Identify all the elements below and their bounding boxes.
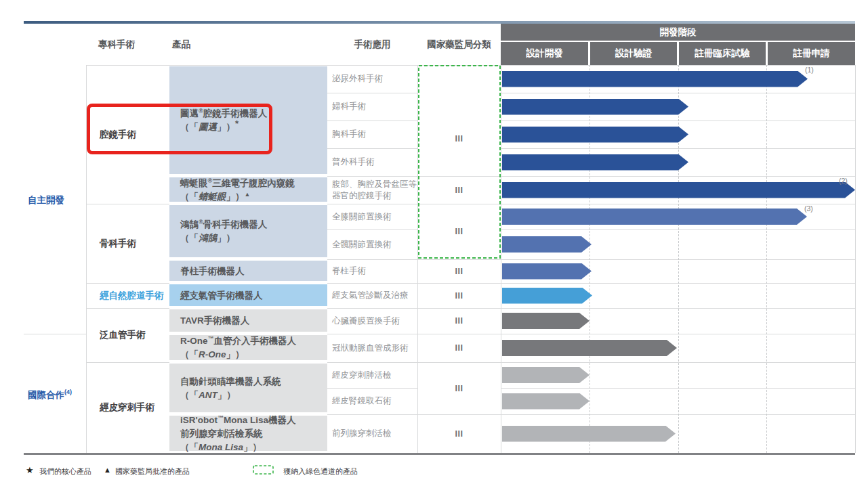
application-cell-9: 心臟瓣膜置換手術: [332, 308, 417, 334]
stage-dashed-line-1: [590, 65, 590, 453]
row-line: [327, 204, 417, 204]
progress-arrow-5: [502, 209, 807, 225]
green-channel-dashed-box: [418, 65, 501, 259]
row-line: [327, 334, 417, 334]
row-line: [86, 204, 169, 204]
classification-cell-7: III: [417, 362, 501, 414]
red-highlight-annotation: [87, 104, 272, 154]
row-line: [327, 148, 417, 149]
progress-arrow-7: [502, 263, 592, 280]
row-line: [417, 308, 501, 309]
progress-arrow-10: [502, 340, 677, 356]
row-line: [417, 334, 501, 334]
arrow-note-5: (3): [804, 204, 813, 213]
product-cell-text-4: 經支氣管手術機器人: [180, 283, 326, 308]
header-stage-1: 設計開發: [501, 42, 588, 65]
col-line-right-edge: [855, 65, 856, 453]
header-stage-3: 註冊臨床試驗: [679, 42, 766, 65]
row-line: [327, 414, 417, 415]
classification-cell-3: III: [417, 259, 501, 283]
star-icon: ★: [26, 465, 34, 475]
green-dashed-box-icon: [253, 465, 274, 476]
table-bottom-border: [24, 453, 855, 455]
product-cell-text-2: 鴻鵠®骨科手術機器人（「鴻鵠」）: [180, 204, 326, 259]
progress-arrow-4: [502, 182, 855, 198]
row-line: [417, 259, 501, 260]
application-cell-1: 婦科手術: [332, 93, 417, 121]
progress-arrow-12: [502, 393, 590, 410]
product-cell-text-8: iSR'obot™Mona Lisa機器人前列腺穿刺活檢系統（「Mona Lis…: [180, 414, 326, 453]
application-cell-8: 經支氣管診斷及治療: [332, 283, 417, 308]
row-line: [86, 308, 169, 309]
progress-arrow-2: [502, 127, 688, 143]
col-line-stage-start: [501, 65, 501, 453]
legend-core-product: 我們的核心產品: [39, 466, 91, 477]
arrow-note-4: (2): [839, 177, 848, 185]
progress-arrow-1: [502, 99, 688, 115]
product-cell-text-1: 蜻蜓眼®三維電子腹腔內窺鏡（「蜻蜓眼」）▲: [180, 176, 326, 204]
specialty-cell-3: 泛血管手術: [86, 308, 169, 362]
row-line: [327, 121, 417, 121]
row-line: [327, 308, 417, 309]
product-cell-text-5: TAVR手術機器人: [180, 308, 326, 334]
specialty-cell-4: 經皮穿刺手術: [86, 362, 169, 453]
application-cell-5: 全膝關節置換術: [332, 204, 417, 229]
progress-arrow-8: [502, 288, 592, 304]
classification-cell-8: III: [417, 414, 501, 453]
application-cell-7: 脊柱手術: [332, 259, 417, 283]
row-line: [327, 229, 417, 230]
group-divider-line: [24, 334, 86, 334]
progress-arrow-3: [502, 154, 688, 171]
application-cell-2: 胸科手術: [332, 121, 417, 148]
row-line: [417, 362, 501, 363]
header-stage-title: 開發階段: [501, 24, 855, 41]
row-line: [327, 93, 417, 93]
header-stage-4: 註冊申請: [768, 42, 855, 65]
application-cell-0: 泌尿外科手術: [332, 65, 417, 93]
row-line: [86, 283, 169, 284]
row-line: [327, 259, 417, 260]
legend: ★ 我們的核心產品 ▲ 國家藥監局批准的產品 獲納入綠色通道的產品: [0, 464, 868, 477]
application-cell-11: 經皮穿刺肺活檢: [332, 362, 417, 388]
row-line: [417, 414, 501, 415]
application-cell-12: 經皮腎鏡取石術: [332, 388, 417, 414]
progress-arrow-9: [502, 313, 590, 329]
classification-cell-5: III: [417, 308, 501, 334]
triangle-icon: ▲: [104, 466, 111, 474]
stage-dashed-line-2: [678, 65, 679, 453]
specialty-cell-1: 骨科手術: [86, 204, 169, 283]
application-cell-6: 全髖關節置換術: [332, 229, 417, 259]
specialty-cell-2: 經自然腔道手術: [86, 283, 169, 308]
row-line: [327, 283, 417, 284]
legend-approved-product: 國家藥監局批准的產品: [115, 466, 190, 477]
progress-arrow-11: [502, 367, 590, 383]
product-cell-text-6: R-One™血管介入手術機器人（「R-One」）: [180, 334, 326, 362]
product-cell-text-7: 自動針頭瞄準機器人系統（「ANT」）: [180, 362, 326, 414]
page: 專科手術 產品 手術應用 國家藥監局分類 開發階段 設計開發設計驗證註冊臨床試驗…: [0, 0, 868, 482]
classification-cell-4: III: [417, 283, 501, 308]
application-cell-3: 普外科手術: [332, 148, 417, 176]
progress-arrow-0: [502, 71, 808, 87]
legend-green-channel: 獲納入綠色通道的產品: [283, 466, 358, 477]
application-cell-10: 冠狀動脈血管成形術: [332, 334, 417, 362]
group-label-international: 國際合作(4): [28, 389, 72, 401]
header-specialty: 專科手術: [98, 24, 135, 65]
header-stage-2: 設計驗證: [590, 42, 677, 65]
stage-dashed-line-3: [766, 65, 767, 453]
classification-cell-6: III: [417, 334, 501, 362]
row-line: [417, 283, 501, 284]
header-application: 手術應用: [327, 24, 417, 65]
progress-arrow-13: [502, 426, 676, 442]
row-line: [327, 362, 417, 363]
row-line: [327, 388, 417, 389]
arrow-note-0: (1): [805, 66, 814, 74]
header-product: 產品: [172, 24, 190, 65]
product-cell-text-3: 脊柱手術機器人: [180, 259, 326, 283]
row-line: [327, 176, 417, 177]
row-line: [86, 362, 169, 363]
header-classification: 國家藥監局分類: [417, 24, 501, 65]
application-cell-4: 腹部、胸腔及骨盆區等器官的腔鏡手術: [332, 176, 417, 204]
application-cell-13: 前列腺穿刺活檢: [332, 414, 417, 453]
progress-arrow-6: [502, 236, 592, 253]
group-label-self-developed: 自主開發: [28, 194, 64, 206]
